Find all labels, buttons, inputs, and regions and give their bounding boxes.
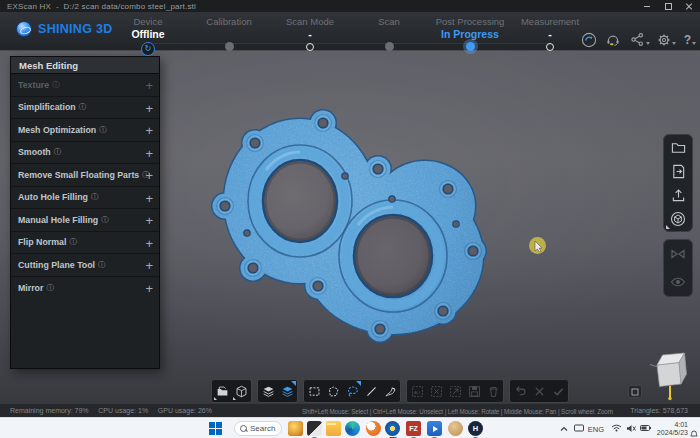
taskbar-app-media[interactable] [366, 421, 381, 436]
step-scan-mode-dot[interactable] [306, 43, 315, 52]
polygon-select-button[interactable] [324, 381, 342, 401]
expand-plus-icon[interactable]: + [145, 236, 153, 251]
tray-battery-icon[interactable] [640, 424, 651, 434]
panel-item-mirror-label: Mirror [18, 283, 43, 293]
settings-gear-icon[interactable] [655, 31, 672, 48]
undo-button[interactable] [511, 381, 529, 401]
brush-select-button[interactable] [381, 381, 399, 401]
panel-item-cutting-plane-tool[interactable]: Cutting Plane Toolⓘ+ [11, 254, 159, 277]
save-file-button[interactable] [232, 381, 250, 401]
info-icon: ⓘ [69, 237, 77, 247]
restore-button[interactable] [664, 2, 672, 10]
open-project-button[interactable] [664, 135, 692, 159]
expand-plus-icon[interactable]: + [145, 101, 153, 116]
step-scan-dot[interactable] [385, 42, 394, 51]
info-icon: ⓘ [91, 192, 99, 202]
close-button[interactable] [685, 2, 693, 10]
confirm-button[interactable] [549, 381, 567, 401]
svg-text:?: ? [684, 33, 691, 47]
expand-plus-icon[interactable]: + [145, 281, 153, 296]
expand-plus-icon[interactable]: + [145, 146, 153, 161]
start-button[interactable] [209, 422, 222, 435]
expand-plus-icon[interactable]: + [145, 123, 153, 138]
taskbar-app-hub[interactable]: H [468, 421, 483, 436]
expand-plus-icon[interactable]: + [145, 78, 153, 93]
save-project-button[interactable] [664, 159, 692, 183]
select-all-button[interactable]: ALL [408, 381, 426, 401]
top-navbar: SHINING 3D Device Offline ↻ Calibration … [0, 12, 700, 50]
delete-selection-button[interactable] [484, 381, 502, 401]
cancel-button[interactable] [530, 381, 548, 401]
panel-item-remove-small-floating-parts[interactable]: Remove Small Floating Partsⓘ+ [11, 164, 159, 187]
panel-item-flip-normal[interactable]: Flip Normalⓘ+ [11, 232, 159, 255]
tray-network-icon[interactable] [611, 424, 622, 434]
step-calibration-dot[interactable] [225, 42, 234, 51]
panel-item-mirror[interactable]: Mirrorⓘ+ [11, 277, 159, 300]
sync-icon[interactable] [580, 31, 597, 48]
panel-item-cutting-plane-label: Cutting Plane Tool [18, 260, 95, 270]
lasso-select-button[interactable] [343, 381, 361, 401]
tray-date: 2024/5/23 [657, 429, 688, 437]
corner-mark [666, 225, 670, 229]
panel-item-manual-hole-label: Manual Hole Filling [18, 215, 98, 225]
taskbar-app-badge[interactable] [288, 421, 303, 436]
taskbar-exscan-app[interactable] [385, 421, 400, 436]
visibility-eye-button[interactable] [664, 268, 692, 296]
tray-onedrive-icon[interactable] [574, 424, 584, 434]
panel-item-auto-hole-filling[interactable]: Auto Hole Fillingⓘ+ [11, 187, 159, 210]
taskbar-filezilla[interactable]: FZ [406, 421, 421, 436]
expand-plus-icon[interactable]: + [145, 168, 153, 183]
info-icon: ⓘ [46, 283, 54, 293]
support-headset-icon[interactable] [604, 31, 621, 48]
open-file-button[interactable] [213, 381, 231, 401]
panel-item-manual-hole-filling[interactable]: Manual Hole Fillingⓘ+ [11, 209, 159, 232]
search-icon [240, 425, 247, 432]
mesh-editing-panel: Mesh Editing Textureⓘ+ Simplificationⓘ+ … [10, 56, 160, 369]
feature-display-button[interactable] [664, 240, 692, 268]
panel-item-smooth[interactable]: Smoothⓘ+ [11, 142, 159, 165]
line-select-button[interactable] [362, 381, 380, 401]
tray-volume-icon[interactable] [626, 424, 636, 435]
step-device-dot[interactable]: ↻ [141, 42, 155, 56]
minimize-button[interactable] [643, 2, 651, 10]
panel-item-flip-normal-label: Flip Normal [18, 237, 66, 247]
taskbar-app-player[interactable] [427, 421, 442, 436]
help-icon[interactable]: ? [679, 31, 696, 48]
view-orientation-button[interactable] [664, 207, 692, 231]
navigation-cube[interactable] [646, 345, 696, 403]
taskbar-app-disc[interactable] [448, 421, 463, 436]
rect-select-button[interactable] [305, 381, 323, 401]
panel-item-texture[interactable]: Textureⓘ+ [11, 74, 159, 97]
expand-plus-icon[interactable]: + [145, 213, 153, 228]
viewport-3d[interactable]: Mesh Editing Textureⓘ+ Simplificationⓘ+ … [0, 50, 700, 404]
notification-bell-icon[interactable] [690, 425, 698, 438]
tray-language[interactable]: ENG [588, 425, 604, 434]
info-icon: ⓘ [101, 215, 109, 225]
info-icon: ⓘ [98, 260, 106, 270]
mesh-view-button[interactable] [259, 381, 277, 401]
step-post-processing-dot[interactable] [466, 42, 475, 51]
export-share-button[interactable] [664, 183, 692, 207]
taskbar-file-explorer[interactable] [326, 421, 341, 436]
viewport-mini-button[interactable] [628, 385, 642, 398]
panel-item-mesh-optimization[interactable]: Mesh Optimizationⓘ+ [11, 119, 159, 142]
save-selection-button[interactable] [465, 381, 483, 401]
panel-item-simplification[interactable]: Simplificationⓘ+ [11, 97, 159, 120]
deselect-all-button[interactable] [427, 381, 445, 401]
step-measurement-label: Measurement [490, 16, 610, 27]
mesh-view-selected-button[interactable] [278, 381, 296, 401]
expand-plus-icon[interactable]: + [145, 258, 153, 273]
step-measurement-dot[interactable] [546, 43, 555, 52]
windows-taskbar: Search FZ H ENG 4:01 2024/5/23 [0, 417, 700, 438]
invert-selection-button[interactable] [446, 381, 464, 401]
share-icon[interactable] [629, 31, 646, 48]
panel-item-mesh-optimization-label: Mesh Optimization [18, 125, 96, 135]
selection-ops-group: ALL [406, 379, 504, 403]
taskbar-search[interactable]: Search [234, 421, 282, 436]
expand-plus-icon[interactable]: + [145, 191, 153, 206]
tray-clock[interactable]: 4:01 2024/5/23 [657, 421, 688, 437]
tray-chevron-icon[interactable] [560, 425, 568, 434]
taskbar-edge[interactable] [345, 421, 360, 436]
taskbar-app-console[interactable] [307, 421, 322, 436]
panel-item-smooth-label: Smooth [18, 147, 51, 157]
